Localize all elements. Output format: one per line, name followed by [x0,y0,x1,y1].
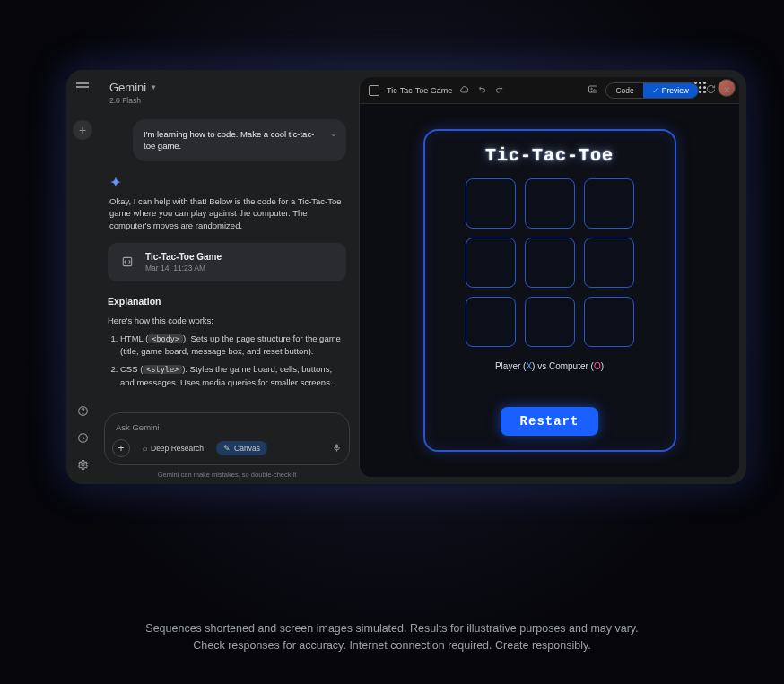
game-title: Tic-Tac-Toe [485,145,614,166]
pen-icon: ✎ [223,444,231,453]
composer-placeholder[interactable]: Ask Gemini [112,419,342,439]
board-cell[interactable] [466,297,516,347]
microphone-icon[interactable] [332,443,342,455]
attach-button[interactable]: + [112,439,130,457]
settings-icon[interactable] [77,459,89,473]
explanation-item: HTML (<body>): Sets up the page structur… [120,333,346,359]
help-icon[interactable] [77,405,89,420]
disclaimer: Gemini can make mistakes, so double-chec… [104,471,350,479]
game-status: Player (X) vs Computer (O) [495,361,604,371]
game-card: Tic-Tac-Toe Player (X) vs Computer (O) [423,129,676,452]
refresh-icon[interactable] [706,84,716,96]
svg-rect-5 [589,86,597,92]
gemini-spark-icon [109,176,122,188]
artifact-icon [118,253,136,271]
brand-name[interactable]: Gemini [109,81,146,94]
board-cell[interactable] [466,178,516,229]
canvas-panel: Tic-Tac-Toe Game Code ✓Preview ✕ [359,77,739,477]
svg-point-3 [81,463,83,466]
tab-code[interactable]: Code [606,83,642,98]
code-snippet: <style> [143,365,182,374]
board-cell[interactable] [525,238,575,288]
canvas-toolbar: Tic-Tac-Toe Game Code ✓Preview ✕ [360,77,739,104]
code-preview-toggle[interactable]: Code ✓Preview [605,82,699,99]
svg-point-6 [591,88,593,90]
brand-block: Gemini ▼ 2.0 Flash [104,75,350,114]
user-message: I'm learning how to code. Make a cool ti… [133,119,346,161]
board-cell[interactable] [466,238,516,288]
check-icon: ✓ [652,86,659,95]
telescope-icon: ⌕ [143,444,147,453]
explanation-lead: Here's how this code works: [108,316,346,325]
artifact-title: Tic-Tac-Toe Game [145,252,222,262]
canvas-type-icon [369,85,379,96]
board-cell[interactable] [525,297,575,347]
composer[interactable]: Ask Gemini + ⌕Deep Research ✎Canvas [104,412,350,465]
canvas-chip[interactable]: ✎Canvas [216,441,267,455]
redo-icon[interactable] [494,84,504,96]
explanation-heading: Explanation [108,296,346,307]
user-message-text: I'm learning how to code. Make a cool ti… [144,129,314,151]
board-cell[interactable] [584,178,634,229]
tab-preview[interactable]: ✓Preview [643,83,698,98]
brand-caret-icon[interactable]: ▼ [150,83,157,91]
cloud-icon[interactable] [459,84,470,97]
board-cell[interactable] [525,178,575,229]
history-icon[interactable] [77,432,89,446]
canvas-title: Tic-Tac-Toe Game [387,86,452,95]
brand-subtitle: 2.0 Flash [109,96,344,105]
app-window: + Gemini ▼ 2.0 Flash [66,70,746,484]
artifact-timestamp: Mar 14, 11:23 AM [145,264,222,273]
board-cell[interactable] [584,238,634,288]
chevron-down-icon[interactable]: ⌄ [330,128,337,140]
explanation-item: CSS (<style>): Styles the game board, ce… [120,363,346,389]
preview-stage: Tic-Tac-Toe Player (X) vs Computer (O) [360,104,739,477]
undo-icon[interactable] [477,84,487,96]
deep-research-chip[interactable]: ⌕Deep Research [135,441,211,455]
game-board [466,178,634,347]
explanation-list: HTML (<body>): Sets up the page structur… [120,333,346,389]
close-icon[interactable]: ✕ [723,85,730,95]
footnote: Sequences shortened and screen images si… [0,620,784,654]
chat-column: Gemini ▼ 2.0 Flash I'm learning how to c… [99,70,359,484]
code-snippet: <body> [148,334,183,343]
left-rail: + [66,70,99,484]
restart-button[interactable]: Restart [501,407,599,436]
svg-point-1 [83,413,83,414]
board-cell[interactable] [584,297,634,347]
image-icon[interactable] [588,84,598,97]
new-chat-button[interactable]: + [73,120,92,140]
menu-icon[interactable] [76,82,89,91]
assistant-intro: Okay, I can help with that! Below is the… [108,195,346,232]
artifact-card[interactable]: Tic-Tac-Toe Game Mar 14, 11:23 AM [108,243,346,281]
